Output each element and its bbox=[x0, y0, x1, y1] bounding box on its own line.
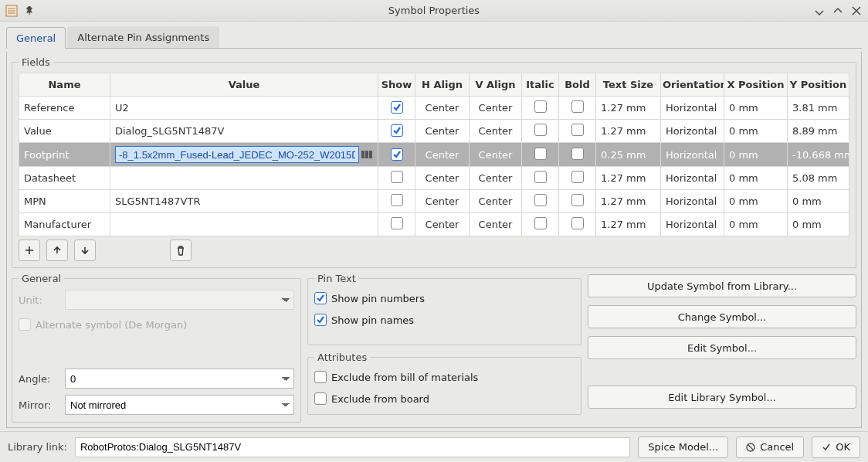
cell-value[interactable]: U2 bbox=[110, 97, 378, 120]
exclude-board-row[interactable]: Exclude from board bbox=[314, 389, 575, 408]
delete-row-button[interactable] bbox=[170, 239, 192, 261]
cell-bold[interactable] bbox=[559, 167, 596, 190]
cell-orient[interactable]: Horizontal bbox=[661, 167, 724, 190]
cell-x[interactable]: 0 mm bbox=[724, 143, 788, 167]
checkbox[interactable] bbox=[534, 171, 547, 183]
checkbox[interactable] bbox=[571, 171, 584, 183]
cell-orient[interactable]: Horizontal bbox=[661, 120, 724, 143]
cell-textsize[interactable]: 1.27 mm bbox=[596, 120, 661, 143]
table-row[interactable]: ManufacturerCenterCenter1.27 mmHorizonta… bbox=[19, 213, 849, 236]
cell-italic[interactable] bbox=[522, 213, 559, 236]
cell-y[interactable]: 8.89 mm bbox=[788, 120, 849, 143]
checkbox[interactable] bbox=[571, 148, 584, 160]
cell-orient[interactable]: Horizontal bbox=[661, 213, 724, 236]
col-valign[interactable]: V Align bbox=[470, 73, 522, 97]
cell-italic[interactable] bbox=[522, 190, 559, 213]
cell-halign[interactable]: Center bbox=[415, 97, 470, 120]
col-textsize[interactable]: Text Size bbox=[596, 73, 661, 97]
checkbox[interactable] bbox=[391, 171, 403, 183]
cell-value[interactable] bbox=[110, 167, 378, 190]
move-down-button[interactable] bbox=[74, 239, 96, 261]
cell-show[interactable] bbox=[378, 167, 415, 190]
minimize-button[interactable] bbox=[812, 4, 826, 18]
show-pin-numbers-row[interactable]: Show pin numbers bbox=[314, 289, 575, 307]
cell-y[interactable]: 0 mm bbox=[788, 213, 849, 236]
show-pin-names-row[interactable]: Show pin names bbox=[314, 311, 575, 329]
cell-value[interactable] bbox=[110, 213, 378, 236]
checkbox[interactable] bbox=[391, 101, 403, 114]
cell-value[interactable]: Dialog_SLG5NT1487V bbox=[110, 120, 378, 143]
cell-y[interactable]: 0 mm bbox=[788, 190, 849, 213]
cell-bold[interactable] bbox=[559, 213, 596, 236]
cell-x[interactable]: 0 mm bbox=[724, 120, 788, 143]
checkbox[interactable] bbox=[391, 124, 403, 137]
cell-halign[interactable]: Center bbox=[415, 167, 470, 190]
cell-bold[interactable] bbox=[559, 97, 596, 120]
cell-orient[interactable]: Horizontal bbox=[661, 143, 724, 167]
cell-value[interactable] bbox=[110, 143, 378, 167]
cell-show[interactable] bbox=[378, 143, 415, 167]
cell-bold[interactable] bbox=[559, 143, 596, 167]
change-symbol-button[interactable]: Change Symbol... bbox=[588, 305, 856, 328]
cell-textsize[interactable]: 1.27 mm bbox=[596, 190, 661, 213]
cell-x[interactable]: 0 mm bbox=[724, 213, 788, 236]
cell-y[interactable]: 3.81 mm bbox=[788, 97, 849, 120]
cell-halign[interactable]: Center bbox=[415, 143, 470, 167]
col-value[interactable]: Value bbox=[110, 73, 378, 97]
checkbox[interactable] bbox=[571, 194, 584, 206]
tab-general[interactable]: General bbox=[6, 27, 66, 49]
checkbox[interactable] bbox=[571, 217, 584, 229]
table-row[interactable]: ReferenceU2CenterCenter1.27 mmHorizontal… bbox=[19, 97, 849, 120]
cell-valign[interactable]: Center bbox=[470, 167, 522, 190]
checkbox[interactable] bbox=[391, 217, 403, 229]
update-symbol-button[interactable]: Update Symbol from Library... bbox=[588, 274, 856, 297]
edit-library-symbol-button[interactable]: Edit Library Symbol... bbox=[588, 386, 856, 409]
cell-x[interactable]: 0 mm bbox=[724, 97, 788, 120]
cell-valign[interactable]: Center bbox=[470, 143, 522, 167]
checkbox[interactable] bbox=[534, 148, 547, 160]
cell-orient[interactable]: Horizontal bbox=[661, 97, 724, 120]
table-row[interactable]: ValueDialog_SLG5NT1487VCenterCenter1.27 … bbox=[19, 120, 849, 143]
cell-textsize[interactable]: 1.27 mm bbox=[596, 97, 661, 120]
cell-italic[interactable] bbox=[522, 167, 559, 190]
cell-x[interactable]: 0 mm bbox=[724, 167, 788, 190]
cell-italic[interactable] bbox=[522, 97, 559, 120]
tab-alternate-pin[interactable]: Alternate Pin Assignments bbox=[67, 26, 219, 48]
angle-combo[interactable]: 0 bbox=[65, 369, 294, 389]
exclude-bom-checkbox[interactable] bbox=[314, 371, 327, 383]
cell-halign[interactable]: Center bbox=[415, 190, 470, 213]
table-row[interactable]: FootprintCenterCenter0.25 mmHorizontal0 … bbox=[19, 143, 849, 167]
checkbox[interactable] bbox=[391, 194, 403, 206]
cell-name[interactable]: MPN bbox=[19, 190, 110, 213]
col-x[interactable]: X Position bbox=[724, 73, 788, 97]
cell-y[interactable]: 5.08 mm bbox=[788, 167, 849, 190]
exclude-bom-row[interactable]: Exclude from bill of materials bbox=[314, 368, 575, 386]
cell-name[interactable]: Value bbox=[19, 120, 110, 143]
value-input[interactable] bbox=[115, 146, 359, 163]
spice-model-button[interactable]: Spice Model... bbox=[638, 437, 728, 458]
cell-show[interactable] bbox=[378, 97, 415, 120]
maximize-button[interactable] bbox=[831, 4, 845, 18]
cell-name[interactable]: Manufacturer bbox=[19, 213, 110, 236]
checkbox[interactable] bbox=[571, 124, 584, 136]
cell-bold[interactable] bbox=[559, 190, 596, 213]
table-row[interactable]: DatasheetCenterCenter1.27 mmHorizontal0 … bbox=[19, 167, 849, 190]
cell-valign[interactable]: Center bbox=[470, 120, 522, 143]
show-pin-numbers-checkbox[interactable] bbox=[314, 292, 327, 304]
checkbox[interactable] bbox=[391, 148, 403, 161]
cell-show[interactable] bbox=[378, 120, 415, 143]
fields-table[interactable]: Name Value Show H Align V Align Italic B… bbox=[19, 73, 849, 236]
pin-icon[interactable] bbox=[23, 4, 37, 18]
checkbox[interactable] bbox=[571, 100, 584, 113]
cell-name[interactable]: Datasheet bbox=[19, 167, 110, 190]
cell-textsize[interactable]: 0.25 mm bbox=[596, 143, 661, 167]
cell-value[interactable]: SLG5NT1487VTR bbox=[110, 190, 378, 213]
cell-textsize[interactable]: 1.27 mm bbox=[596, 167, 661, 190]
cell-halign[interactable]: Center bbox=[415, 120, 470, 143]
col-bold[interactable]: Bold bbox=[559, 73, 596, 97]
cell-valign[interactable]: Center bbox=[470, 190, 522, 213]
cell-halign[interactable]: Center bbox=[415, 213, 470, 236]
library-browser-icon[interactable] bbox=[361, 148, 373, 161]
ok-button[interactable]: OK bbox=[812, 437, 860, 458]
show-pin-names-checkbox[interactable] bbox=[314, 314, 327, 326]
